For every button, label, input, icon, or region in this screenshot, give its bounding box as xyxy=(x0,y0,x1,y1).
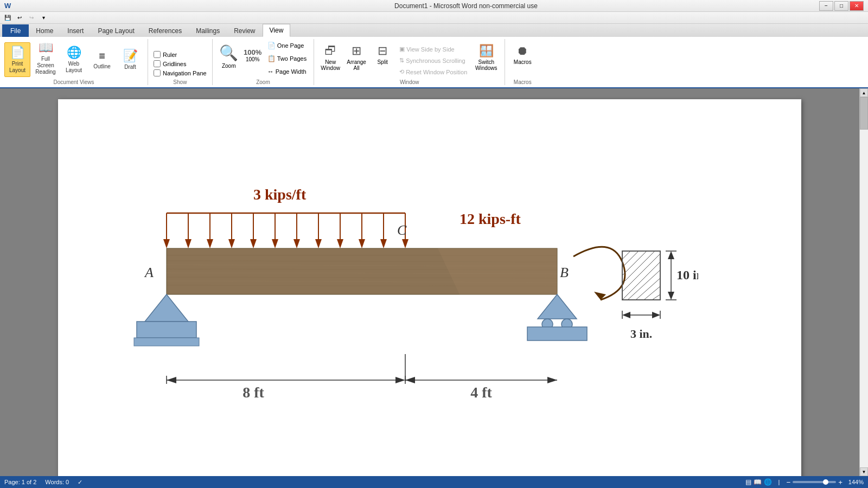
ribbon-group-macros: ⏺ Macros Macros xyxy=(505,39,540,85)
macros-button[interactable]: ⏺ Macros xyxy=(509,42,535,77)
svg-text:3 in.: 3 in. xyxy=(630,327,652,341)
tab-references[interactable]: References xyxy=(142,24,189,37)
one-page-icon: 📄 xyxy=(267,42,276,49)
switch-windows-icon: 🪟 xyxy=(479,44,494,58)
window-title: Document1 - Microsoft Word non-commercia… xyxy=(113,2,819,10)
ribbon-tabs: File Home Insert Page Layout References … xyxy=(0,24,868,37)
document-views-label: Document Views xyxy=(54,78,94,85)
point-c-label: C xyxy=(397,222,407,238)
maximize-button[interactable]: □ xyxy=(834,1,848,11)
ribbon-group-window: 🗗 NewWindow ⊞ ArrangeAll ⊟ Split ▣ View … xyxy=(314,39,505,85)
page-width-icon: ↔ xyxy=(267,68,274,75)
web-layout-button[interactable]: 🌐 WebLayout xyxy=(61,42,87,77)
scroll-up-button[interactable]: ▲ xyxy=(860,88,868,97)
tab-review[interactable]: Review xyxy=(227,24,262,37)
minimize-button[interactable]: − xyxy=(819,1,833,11)
redo-quick-button[interactable]: ↪ xyxy=(26,13,37,23)
tab-view[interactable]: View xyxy=(263,24,291,37)
svg-line-53 xyxy=(652,294,660,300)
distributed-load-label: 3 kips/ft xyxy=(253,186,307,203)
scroll-thumb[interactable] xyxy=(860,97,868,130)
scroll-down-button[interactable]: ▼ xyxy=(860,467,868,476)
full-screen-icon: 📖 xyxy=(39,41,53,55)
nav-pane-input[interactable] xyxy=(154,69,161,76)
document-page: 3 kips/ft xyxy=(58,99,801,476)
outline-button[interactable]: ≡ Outline xyxy=(89,42,115,77)
tab-home[interactable]: Home xyxy=(29,24,60,37)
zoom-button[interactable]: 🔍 Zoom xyxy=(217,42,241,77)
svg-marker-18 xyxy=(337,239,343,248)
document-area: 3 kips/ft xyxy=(0,88,859,476)
print-layout-icon: 📄 xyxy=(10,46,25,60)
zoom-icon: 🔍 xyxy=(219,44,238,62)
svg-marker-69 xyxy=(167,377,176,383)
dim-8ft: 8 ft xyxy=(167,354,405,401)
zoom-out-button[interactable]: − xyxy=(786,478,790,486)
show-label: Show xyxy=(173,78,187,85)
gridlines-input[interactable] xyxy=(154,60,161,67)
window-label: Window xyxy=(400,78,419,85)
close-button[interactable]: ✕ xyxy=(850,1,864,11)
svg-marker-58 xyxy=(668,292,674,300)
distributed-load-arrows xyxy=(163,213,409,248)
ribbon-group-zoom: 🔍 Zoom 100% 100% 📄 One Page 📋 Two Pages xyxy=(213,39,314,85)
gridlines-checkbox[interactable]: Gridlines xyxy=(152,60,208,68)
arrange-all-button[interactable]: ⊞ ArrangeAll xyxy=(344,42,368,77)
split-button[interactable]: ⊟ Split xyxy=(371,42,394,77)
scrollbar-vertical[interactable]: ▲ ▼ xyxy=(859,88,868,476)
quick-access-toolbar: 💾 ↩ ↪ ▾ xyxy=(0,12,868,24)
height-dimension: 10 in. xyxy=(666,251,698,300)
web-view-button[interactable]: 🌐 xyxy=(764,478,772,486)
svg-marker-22 xyxy=(380,239,387,248)
zoom-in-button[interactable]: + xyxy=(838,478,843,486)
ribbon-view: 📄 PrintLayout 📖 Full ScreenReading 🌐 Web… xyxy=(0,37,868,88)
full-screen-reading-button[interactable]: 📖 Full ScreenReading xyxy=(33,39,59,77)
svg-line-48 xyxy=(622,254,660,292)
normal-view-button[interactable]: ▤ xyxy=(745,478,751,486)
one-page-button[interactable]: 📄 One Page xyxy=(265,40,309,51)
ribbon-group-document-views: 📄 PrintLayout 📖 Full ScreenReading 🌐 Web… xyxy=(0,39,148,85)
svg-marker-2 xyxy=(163,239,170,248)
page-width-button[interactable]: ↔ Page Width xyxy=(265,66,309,77)
moment-label: 12 kips-ft xyxy=(459,210,521,227)
support-a xyxy=(134,294,199,346)
svg-marker-38 xyxy=(538,294,577,319)
svg-marker-64 xyxy=(652,312,660,318)
ruler-input[interactable] xyxy=(154,51,161,58)
undo-quick-button[interactable]: ↩ xyxy=(14,13,25,23)
zoom-slider[interactable] xyxy=(793,481,836,483)
word-count: Words: 0 xyxy=(45,479,69,485)
draft-button[interactable]: 📝 Draft xyxy=(117,42,143,77)
svg-line-52 xyxy=(644,286,660,300)
sync-scrolling-button[interactable]: ⇅ Synchronous Scrolling xyxy=(397,55,470,66)
support-b xyxy=(527,294,587,341)
svg-rect-37 xyxy=(134,338,199,346)
ruler-checkbox[interactable]: Ruler xyxy=(152,50,208,59)
nav-pane-checkbox[interactable]: Navigation Pane xyxy=(152,69,208,77)
outline-icon: ≡ xyxy=(99,50,105,62)
tab-mailings[interactable]: Mailings xyxy=(189,24,227,37)
save-quick-button[interactable]: 💾 xyxy=(2,13,13,23)
new-window-icon: 🗗 xyxy=(324,44,336,58)
print-layout-button[interactable]: 📄 PrintLayout xyxy=(4,42,30,77)
svg-marker-70 xyxy=(395,377,405,383)
customize-quick-button[interactable]: ▾ xyxy=(38,13,49,23)
svg-marker-6 xyxy=(207,239,213,248)
tab-page-layout[interactable]: Page Layout xyxy=(91,24,141,37)
svg-marker-63 xyxy=(622,312,630,318)
svg-line-45 xyxy=(622,251,639,267)
svg-marker-24 xyxy=(402,239,409,248)
tab-insert[interactable]: Insert xyxy=(60,24,91,37)
status-bar: Page: 1 of 2 Words: 0 ✓ ▤ 📖 🌐 | − + 144% xyxy=(0,476,868,488)
reset-position-button[interactable]: ⟲ Reset Window Position xyxy=(397,67,470,77)
two-pages-button[interactable]: 📋 Two Pages xyxy=(265,53,309,64)
svg-marker-57 xyxy=(668,251,674,259)
beam-diagram: 3 kips/ft xyxy=(101,181,698,441)
web-layout-icon: 🌐 xyxy=(67,46,81,60)
new-window-button[interactable]: 🗗 NewWindow xyxy=(318,42,342,77)
switch-windows-button[interactable]: 🪟 SwitchWindows xyxy=(472,42,500,77)
reading-view-button[interactable]: 📖 xyxy=(754,478,762,486)
tab-file[interactable]: File xyxy=(2,24,29,37)
view-side-by-side-button[interactable]: ▣ View Side by Side xyxy=(397,44,470,54)
zoom-100-button[interactable]: 100% 100% xyxy=(243,42,263,77)
